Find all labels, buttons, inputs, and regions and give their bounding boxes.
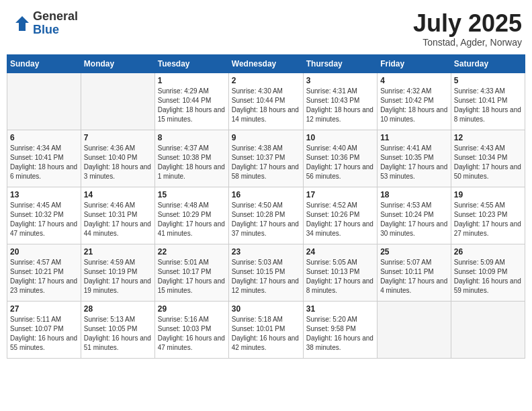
day-number: 13: [10, 190, 78, 199]
logo-general-text: General: [33, 10, 78, 24]
day-info: Sunrise: 4:41 AMSunset: 10:35 PMDaylight…: [380, 144, 448, 181]
calendar-cell: 17Sunrise: 4:52 AMSunset: 10:26 PMDaylig…: [303, 187, 377, 244]
page-header: General Blue July 2025 Tonstad, Agder, N…: [7, 7, 525, 48]
day-info: Sunrise: 4:55 AMSunset: 10:23 PMDaylight…: [454, 201, 522, 238]
svg-marker-0: [15, 16, 29, 31]
day-number: 23: [232, 247, 300, 257]
calendar-cell: 12Sunrise: 4:43 AMSunset: 10:34 PMDaylig…: [451, 130, 525, 187]
day-number: 30: [232, 304, 300, 314]
calendar-cell: 10Sunrise: 4:40 AMSunset: 10:36 PMDaylig…: [303, 130, 377, 187]
location-title: Tonstad, Agder, Norway: [413, 37, 522, 48]
title-block: July 2025 Tonstad, Agder, Norway: [413, 10, 522, 48]
day-info: Sunrise: 5:01 AMSunset: 10:17 PMDaylight…: [158, 258, 226, 295]
column-header-wednesday: Wednesday: [228, 54, 303, 73]
day-info: Sunrise: 4:48 AMSunset: 10:29 PMDaylight…: [158, 201, 226, 238]
day-number: 9: [232, 133, 300, 142]
calendar-cell: 18Sunrise: 4:53 AMSunset: 10:24 PMDaylig…: [378, 187, 451, 244]
calendar-cell: 15Sunrise: 4:48 AMSunset: 10:29 PMDaylig…: [154, 187, 228, 244]
day-info: Sunrise: 4:38 AMSunset: 10:37 PMDaylight…: [232, 144, 300, 181]
day-number: 17: [306, 190, 374, 199]
calendar-cell: 20Sunrise: 4:57 AMSunset: 10:21 PMDaylig…: [7, 244, 81, 301]
calendar-cell: 13Sunrise: 4:45 AMSunset: 10:32 PMDaylig…: [7, 187, 81, 244]
day-number: 3: [306, 76, 374, 85]
week-row-2: 6Sunrise: 4:34 AMSunset: 10:41 PMDayligh…: [7, 130, 525, 187]
day-number: 24: [306, 247, 374, 257]
logo-text: General Blue: [33, 10, 78, 37]
calendar-cell: 29Sunrise: 5:16 AMSunset: 10:03 PMDaylig…: [154, 301, 228, 358]
calendar-header-row: SundayMondayTuesdayWednesdayThursdayFrid…: [7, 54, 525, 73]
calendar-cell: 11Sunrise: 4:41 AMSunset: 10:35 PMDaylig…: [378, 130, 451, 187]
day-info: Sunrise: 5:20 AMSunset: 9:58 PMDaylight:…: [306, 315, 374, 353]
calendar-cell: 21Sunrise: 4:59 AMSunset: 10:19 PMDaylig…: [81, 244, 154, 301]
day-number: 10: [306, 133, 374, 142]
calendar-cell: 5Sunrise: 4:33 AMSunset: 10:41 PMDayligh…: [451, 73, 525, 130]
day-info: Sunrise: 5:18 AMSunset: 10:01 PMDaylight…: [232, 315, 300, 353]
calendar-cell: [451, 301, 525, 358]
column-header-thursday: Thursday: [303, 54, 377, 73]
calendar-table: SundayMondayTuesdayWednesdayThursdayFrid…: [7, 54, 525, 359]
day-info: Sunrise: 5:16 AMSunset: 10:03 PMDaylight…: [158, 315, 226, 353]
day-info: Sunrise: 4:40 AMSunset: 10:36 PMDaylight…: [306, 144, 374, 181]
day-number: 21: [84, 247, 152, 257]
day-info: Sunrise: 4:36 AMSunset: 10:40 PMDaylight…: [84, 144, 152, 181]
day-info: Sunrise: 4:57 AMSunset: 10:21 PMDaylight…: [10, 258, 78, 295]
day-info: Sunrise: 4:34 AMSunset: 10:41 PMDaylight…: [10, 144, 78, 181]
day-number: 1: [158, 76, 226, 85]
logo: General Blue: [10, 10, 78, 37]
day-number: 2: [232, 76, 300, 85]
day-info: Sunrise: 4:31 AMSunset: 10:43 PMDaylight…: [306, 87, 374, 124]
day-info: Sunrise: 5:03 AMSunset: 10:15 PMDaylight…: [232, 258, 300, 295]
day-info: Sunrise: 4:29 AMSunset: 10:44 PMDaylight…: [158, 87, 226, 124]
month-title: July 2025: [413, 10, 522, 37]
calendar-cell: [7, 73, 81, 130]
calendar-cell: 1Sunrise: 4:29 AMSunset: 10:44 PMDayligh…: [154, 73, 228, 130]
calendar-cell: [81, 73, 154, 130]
column-header-tuesday: Tuesday: [154, 54, 228, 73]
day-number: 25: [380, 247, 448, 257]
week-row-4: 20Sunrise: 4:57 AMSunset: 10:21 PMDaylig…: [7, 244, 525, 301]
day-number: 6: [10, 133, 78, 142]
day-info: Sunrise: 4:37 AMSunset: 10:38 PMDaylight…: [158, 144, 226, 181]
column-header-sunday: Sunday: [7, 54, 81, 73]
logo-icon: [10, 13, 30, 34]
day-info: Sunrise: 4:59 AMSunset: 10:19 PMDaylight…: [84, 258, 152, 295]
calendar-cell: 25Sunrise: 5:07 AMSunset: 10:11 PMDaylig…: [378, 244, 451, 301]
day-info: Sunrise: 5:13 AMSunset: 10:05 PMDaylight…: [84, 315, 152, 353]
day-info: Sunrise: 5:09 AMSunset: 10:09 PMDaylight…: [454, 258, 522, 295]
week-row-5: 27Sunrise: 5:11 AMSunset: 10:07 PMDaylig…: [7, 301, 525, 358]
calendar-cell: 7Sunrise: 4:36 AMSunset: 10:40 PMDayligh…: [81, 130, 154, 187]
calendar-cell: 9Sunrise: 4:38 AMSunset: 10:37 PMDayligh…: [228, 130, 303, 187]
week-row-3: 13Sunrise: 4:45 AMSunset: 10:32 PMDaylig…: [7, 187, 525, 244]
day-info: Sunrise: 4:30 AMSunset: 10:44 PMDaylight…: [232, 87, 300, 124]
column-header-saturday: Saturday: [451, 54, 525, 73]
day-info: Sunrise: 5:05 AMSunset: 10:13 PMDaylight…: [306, 258, 374, 295]
day-number: 11: [380, 133, 448, 142]
calendar-cell: 6Sunrise: 4:34 AMSunset: 10:41 PMDayligh…: [7, 130, 81, 187]
column-header-monday: Monday: [81, 54, 154, 73]
calendar-cell: 19Sunrise: 4:55 AMSunset: 10:23 PMDaylig…: [451, 187, 525, 244]
calendar-cell: 28Sunrise: 5:13 AMSunset: 10:05 PMDaylig…: [81, 301, 154, 358]
day-number: 8: [158, 133, 226, 142]
day-info: Sunrise: 4:50 AMSunset: 10:28 PMDaylight…: [232, 201, 300, 238]
calendar-cell: 4Sunrise: 4:32 AMSunset: 10:42 PMDayligh…: [378, 73, 451, 130]
day-number: 29: [158, 304, 226, 314]
day-number: 22: [158, 247, 226, 257]
day-info: Sunrise: 4:43 AMSunset: 10:34 PMDaylight…: [454, 144, 522, 181]
day-number: 19: [454, 190, 522, 199]
day-number: 28: [84, 304, 152, 314]
day-info: Sunrise: 5:07 AMSunset: 10:11 PMDaylight…: [380, 258, 448, 295]
day-info: Sunrise: 5:11 AMSunset: 10:07 PMDaylight…: [10, 315, 78, 353]
day-number: 4: [380, 76, 448, 85]
day-info: Sunrise: 4:32 AMSunset: 10:42 PMDaylight…: [380, 87, 448, 124]
calendar-cell: 27Sunrise: 5:11 AMSunset: 10:07 PMDaylig…: [7, 301, 81, 358]
day-number: 5: [454, 76, 522, 85]
calendar-cell: 31Sunrise: 5:20 AMSunset: 9:58 PMDayligh…: [303, 301, 377, 358]
day-info: Sunrise: 4:53 AMSunset: 10:24 PMDaylight…: [380, 201, 448, 238]
day-number: 7: [84, 133, 152, 142]
day-number: 14: [84, 190, 152, 199]
calendar-cell: 24Sunrise: 5:05 AMSunset: 10:13 PMDaylig…: [303, 244, 377, 301]
calendar-cell: 22Sunrise: 5:01 AMSunset: 10:17 PMDaylig…: [154, 244, 228, 301]
calendar-cell: 16Sunrise: 4:50 AMSunset: 10:28 PMDaylig…: [228, 187, 303, 244]
day-number: 16: [232, 190, 300, 199]
day-info: Sunrise: 4:52 AMSunset: 10:26 PMDaylight…: [306, 201, 374, 238]
